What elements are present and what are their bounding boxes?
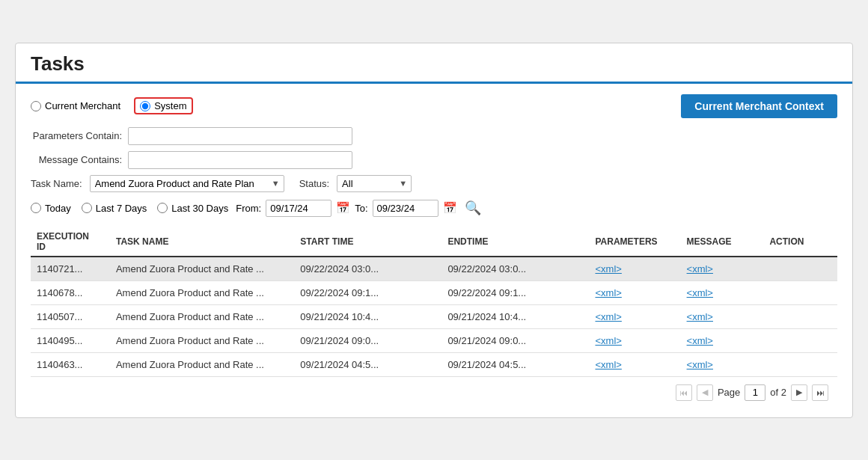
message-cell-link[interactable]: <xml> — [687, 335, 713, 346]
parameters-cell[interactable]: <xml> — [589, 328, 680, 352]
context-button[interactable]: Current Merchant Context — [681, 94, 837, 118]
page-header: Tasks — [16, 43, 852, 84]
radio-current-merchant[interactable]: Current Merchant — [31, 100, 120, 111]
status-label: Status: — [299, 178, 329, 189]
content-area: Current Merchant System Current Merchant… — [16, 84, 852, 417]
message-cell[interactable]: <xml> — [681, 257, 764, 281]
to-calendar-icon[interactable]: 📅 — [443, 201, 457, 215]
exec-id-cell: 1140495... — [31, 328, 110, 352]
taskname-status-row: Task Name: Amend Zuora Product and Rate … — [31, 175, 837, 192]
parameters-input[interactable] — [128, 127, 352, 145]
date-radio-group: Today Last 7 Days Last 30 Days — [31, 203, 228, 214]
exec-id-cell: 1140678... — [31, 280, 110, 304]
radio-today[interactable]: Today — [31, 203, 71, 214]
parameters-cell-link[interactable]: <xml> — [595, 287, 621, 298]
to-label: To: — [355, 203, 367, 214]
th-exec-id: EXECUTIONID — [31, 227, 110, 257]
radio-today-label: Today — [45, 203, 71, 214]
message-label: Message Contains: — [31, 154, 128, 165]
radio-system-input[interactable] — [140, 101, 150, 111]
table-header: EXECUTIONID TASK NAME START TIME ENDTIME… — [31, 227, 837, 257]
task-name-cell: Amend Zuora Product and Rate ... — [110, 257, 294, 281]
table-row[interactable]: 1140495...Amend Zuora Product and Rate .… — [31, 328, 837, 352]
task-name-cell: Amend Zuora Product and Rate ... — [110, 352, 294, 376]
prev-page-button[interactable]: ◀ — [697, 384, 713, 401]
radio-system-label: System — [154, 100, 186, 111]
table-row[interactable]: 1140721...Amend Zuora Product and Rate .… — [31, 257, 837, 281]
th-start-time: START TIME — [294, 227, 441, 257]
action-cell — [763, 280, 837, 304]
radio-last7-label: Last 7 Days — [96, 203, 147, 214]
th-task-name: TASK NAME — [110, 227, 294, 257]
to-date-input[interactable] — [373, 200, 438, 217]
action-cell — [763, 352, 837, 376]
message-cell[interactable]: <xml> — [681, 280, 764, 304]
message-cell[interactable]: <xml> — [681, 328, 764, 352]
parameters-cell[interactable]: <xml> — [589, 280, 680, 304]
message-input[interactable] — [128, 151, 352, 169]
start-time-cell: 09/21/2024 10:4... — [294, 304, 441, 328]
radio-current-merchant-label: Current Merchant — [45, 100, 120, 111]
parameters-cell[interactable]: <xml> — [589, 257, 680, 281]
next-page-button[interactable]: ▶ — [791, 384, 807, 401]
radio-last7-input[interactable] — [82, 203, 92, 213]
page-number-input[interactable] — [745, 384, 765, 401]
table-row[interactable]: 1140507...Amend Zuora Product and Rate .… — [31, 304, 837, 328]
message-cell-link[interactable]: <xml> — [687, 263, 713, 275]
radio-last7[interactable]: Last 7 Days — [82, 203, 147, 214]
action-cell — [763, 304, 837, 328]
parameters-cell-link[interactable]: <xml> — [595, 359, 621, 370]
taskname-label: Task Name: — [31, 178, 82, 189]
taskname-select-wrap: Amend Zuora Product and Rate Plan ▼ — [90, 175, 284, 192]
date-from-to: From: 📅 To: 📅 🔍 — [236, 200, 483, 217]
from-label: From: — [236, 203, 261, 214]
taskname-select[interactable]: Amend Zuora Product and Rate Plan — [90, 175, 284, 192]
parameters-filter-row: Parameters Contain: — [31, 127, 837, 145]
task-table: EXECUTIONID TASK NAME START TIME ENDTIME… — [31, 227, 837, 377]
task-name-cell: Amend Zuora Product and Rate ... — [110, 304, 294, 328]
first-page-button[interactable]: ⏮ — [676, 384, 692, 401]
from-calendar-icon[interactable]: 📅 — [336, 201, 350, 215]
th-parameters: PARAMETERS — [589, 227, 680, 257]
table-row[interactable]: 1140463...Amend Zuora Product and Rate .… — [31, 352, 837, 376]
th-end-time: ENDTIME — [441, 227, 589, 257]
message-cell[interactable]: <xml> — [681, 352, 764, 376]
exec-id-cell: 1140721... — [31, 257, 110, 281]
search-button[interactable]: 🔍 — [462, 200, 484, 216]
radio-system[interactable]: System — [134, 97, 192, 114]
parameters-cell[interactable]: <xml> — [589, 304, 680, 328]
radio-last30-label: Last 30 Days — [171, 203, 228, 214]
message-cell-link[interactable]: <xml> — [687, 287, 713, 298]
parameters-cell[interactable]: <xml> — [589, 352, 680, 376]
merchant-radio-group: Current Merchant System — [31, 97, 193, 114]
end-time-cell: 09/22/2024 03:0... — [441, 257, 589, 281]
last-page-button[interactable]: ⏭ — [812, 384, 828, 401]
start-time-cell: 09/22/2024 03:0... — [294, 257, 441, 281]
radio-today-input[interactable] — [31, 203, 41, 213]
action-cell — [763, 328, 837, 352]
parameters-cell-link[interactable]: <xml> — [595, 335, 621, 346]
table-row[interactable]: 1140678...Amend Zuora Product and Rate .… — [31, 280, 837, 304]
message-cell-link[interactable]: <xml> — [687, 359, 713, 370]
from-date-input[interactable] — [266, 200, 331, 217]
radio-last30-input[interactable] — [157, 203, 168, 213]
pagination: ⏮ ◀ Page of 2 ▶ ⏭ — [31, 377, 837, 407]
end-time-cell: 09/21/2024 09:0... — [441, 328, 589, 352]
status-select[interactable]: All Success Failed Pending — [337, 175, 412, 192]
radio-current-merchant-input[interactable] — [31, 101, 41, 111]
page-container: Tasks Current Merchant System Current Me… — [15, 43, 853, 418]
task-name-cell: Amend Zuora Product and Rate ... — [110, 280, 294, 304]
parameters-cell-link[interactable]: <xml> — [595, 311, 621, 322]
message-cell-link[interactable]: <xml> — [687, 311, 713, 322]
start-time-cell: 09/22/2024 09:1... — [294, 280, 441, 304]
radio-last30[interactable]: Last 30 Days — [157, 203, 228, 214]
merchant-radio-row: Current Merchant System Current Merchant… — [31, 94, 837, 118]
date-filter-row: Today Last 7 Days Last 30 Days From: 📅 T… — [31, 200, 837, 217]
message-cell[interactable]: <xml> — [681, 304, 764, 328]
action-cell — [763, 257, 837, 281]
table-body: 1140721...Amend Zuora Product and Rate .… — [31, 257, 837, 377]
parameters-cell-link[interactable]: <xml> — [595, 263, 621, 275]
exec-id-cell: 1140507... — [31, 304, 110, 328]
th-action: ACTION — [763, 227, 837, 257]
page-label: Page — [718, 387, 740, 398]
